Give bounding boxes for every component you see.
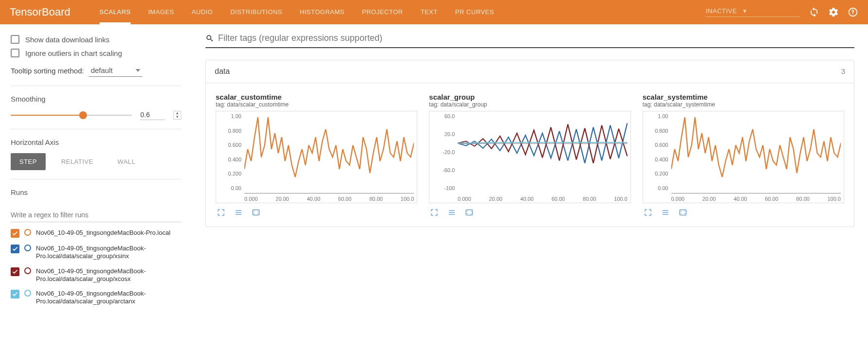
show-download-row[interactable]: Show data download links: [11, 35, 181, 44]
axis-btn-step[interactable]: STEP: [11, 153, 46, 170]
list-icon[interactable]: [660, 208, 671, 217]
group-header[interactable]: data 3: [205, 60, 854, 83]
list-icon[interactable]: [233, 208, 244, 217]
smoothing-slider[interactable]: [11, 115, 132, 116]
sidebar: Show data download links Ignore outliers…: [0, 24, 192, 316]
run-checkbox[interactable]: [11, 229, 19, 238]
ignore-outliers-checkbox[interactable]: [11, 49, 19, 57]
y-axis: 1.000.8000.6000.4000.2000.00: [216, 111, 244, 193]
svg-point-13: [681, 213, 681, 214]
app-logo: TensorBoard: [10, 6, 70, 18]
tooltip-sort-select[interactable]: default: [89, 64, 142, 77]
run-color-icon: [24, 267, 31, 274]
nav-tab-images[interactable]: IMAGES: [148, 0, 174, 24]
nav-tab-scalars[interactable]: SCALARS: [100, 0, 131, 24]
run-color-icon: [24, 245, 31, 251]
group-name: data: [215, 67, 230, 76]
header-right: INACTIVE ▾: [706, 7, 858, 18]
x-axis: 0.00020.0040.0060.0080.00100.0: [671, 196, 841, 202]
run-name: Nov06_10-49-05_tingsongdeMacBook-Pro.loc…: [36, 267, 181, 283]
nav-tab-projector[interactable]: PROJECTOR: [362, 0, 403, 24]
y-axis: 1.000.8000.6000.4000.2000.00: [643, 111, 671, 193]
chart-card: scalar_customtime tag: data/scalar_custo…: [216, 93, 417, 217]
run-item[interactable]: Nov06_10-49-05_tingsongdeMacBook-Pro.loc…: [11, 267, 181, 283]
tooltip-sort-label: Tooltip sorting method:: [11, 67, 84, 75]
main-content: data 3 scalar_customtime tag: data/scala…: [192, 24, 868, 316]
horizontal-axis-label: Horizontal Axis: [11, 138, 181, 146]
svg-point-3: [254, 213, 255, 214]
svg-rect-0: [253, 210, 259, 215]
chart-title: scalar_customtime: [216, 93, 417, 101]
chevron-down-icon: [136, 69, 140, 72]
chart-card: scalar_systemtime tag: data/scalar_syste…: [643, 93, 844, 217]
nav-tab-distributions[interactable]: DISTRIBUTIONS: [230, 0, 282, 24]
inactive-dropdown[interactable]: INACTIVE ▾: [706, 7, 800, 17]
tooltip-sort-row: Tooltip sorting method: default: [11, 64, 181, 77]
chart-plot[interactable]: 60.020.0-20.0-60.0-100 0.00020.0040.0060…: [429, 111, 630, 203]
fit-icon[interactable]: [678, 208, 688, 217]
expand-icon[interactable]: [643, 208, 653, 217]
chart-title: scalar_systemtime: [643, 93, 844, 101]
chart-toolbar: [643, 208, 844, 217]
nav-tabs: SCALARSIMAGESAUDIODISTRIBUTIONSHISTOGRAM…: [100, 0, 706, 24]
tag-filter-input[interactable]: [218, 33, 854, 43]
run-checkbox[interactable]: [11, 290, 19, 298]
settings-icon[interactable]: [828, 7, 839, 18]
run-item[interactable]: Nov06_10-49-05_tingsongdeMacBook-Pro.loc…: [11, 229, 181, 238]
chart-title: scalar_group: [429, 93, 630, 101]
tag-filter-row: [205, 33, 854, 48]
axis-button-group: STEPRELATIVEWALL: [11, 153, 181, 170]
ignore-outliers-row[interactable]: Ignore outliers in chart scaling: [11, 49, 181, 57]
chart-toolbar: [429, 208, 630, 217]
svg-point-2: [258, 211, 258, 211]
smoothing-value[interactable]: 0.6: [140, 110, 165, 120]
smoothing-slider-row: 0.6 ▲▼: [11, 110, 181, 120]
run-name: Nov06_10-49-05_tingsongdeMacBook-Pro.loc…: [36, 290, 181, 306]
run-item[interactable]: Nov06_10-49-05_tingsongdeMacBook-Pro.loc…: [11, 290, 181, 306]
svg-point-4: [258, 213, 258, 214]
expand-icon[interactable]: [216, 208, 226, 217]
nav-tab-pr curves[interactable]: PR CURVES: [455, 0, 494, 24]
slider-thumb[interactable]: [79, 111, 87, 119]
runs-list: Nov06_10-49-05_tingsongdeMacBook-Pro.loc…: [11, 229, 181, 306]
svg-point-6: [467, 211, 468, 211]
smoothing-label: Smoothing: [11, 95, 181, 103]
show-download-checkbox[interactable]: [11, 35, 19, 44]
svg-point-14: [684, 213, 685, 214]
expand-icon[interactable]: [429, 208, 440, 217]
run-item[interactable]: Nov06_10-49-05_tingsongdeMacBook-Pro.loc…: [11, 245, 181, 261]
axis-btn-relative[interactable]: RELATIVE: [52, 153, 102, 170]
svg-point-9: [471, 213, 472, 214]
runs-label: Runs: [11, 188, 181, 196]
chart-plot[interactable]: 1.000.8000.6000.4000.2000.00 0.00020.004…: [643, 111, 844, 203]
chart-subtitle: tag: data/scalar_systemtime: [643, 101, 844, 108]
svg-point-11: [681, 211, 681, 211]
divider: [11, 129, 181, 129]
runs-filter-input[interactable]: [11, 208, 181, 222]
x-axis: 0.00020.0040.0060.0080.00100.0: [458, 196, 627, 202]
run-name: Nov06_10-49-05_tingsongdeMacBook-Pro.loc…: [36, 229, 170, 237]
run-name: Nov06_10-49-05_tingsongdeMacBook-Pro.loc…: [36, 245, 181, 261]
reload-icon[interactable]: [809, 7, 819, 18]
nav-tab-audio[interactable]: AUDIO: [192, 0, 213, 24]
svg-rect-10: [680, 210, 686, 215]
run-checkbox[interactable]: [11, 245, 19, 253]
run-color-icon: [24, 229, 31, 236]
divider: [11, 86, 181, 86]
chart-plot[interactable]: 1.000.8000.6000.4000.2000.00 0.00020.004…: [216, 111, 417, 203]
help-icon[interactable]: [848, 7, 858, 18]
nav-tab-text[interactable]: TEXT: [421, 0, 438, 24]
chart-subtitle: tag: data/scalar_customtime: [216, 101, 417, 108]
group-count: 3: [841, 67, 845, 76]
smoothing-stepper[interactable]: ▲▼: [173, 111, 181, 120]
ignore-outliers-label: Ignore outliers in chart scaling: [25, 49, 122, 57]
chart-subtitle: tag: data/scalar_group: [429, 101, 630, 108]
fit-icon[interactable]: [251, 208, 261, 217]
axis-btn-wall[interactable]: WALL: [109, 153, 144, 170]
show-download-label: Show data download links: [25, 35, 109, 44]
nav-tab-histograms[interactable]: HISTOGRAMS: [300, 0, 344, 24]
list-icon[interactable]: [446, 208, 457, 217]
run-checkbox[interactable]: [11, 267, 19, 276]
fit-icon[interactable]: [464, 208, 475, 217]
inactive-label-text: INACTIVE: [706, 7, 737, 15]
